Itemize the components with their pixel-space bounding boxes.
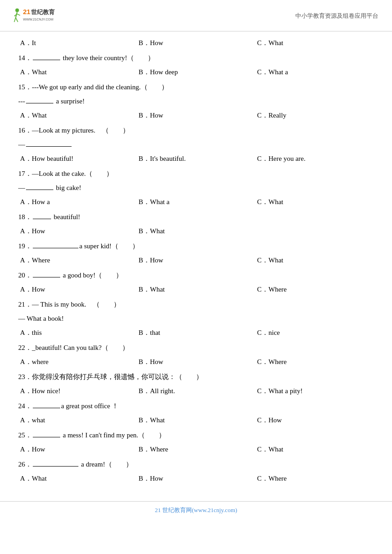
question-14: 14． they love their country!（ ） [18,52,374,64]
options-row-22: A．where B．How C．Where [18,356,374,368]
blank-26 [33,466,78,467]
option-19b: B．How [137,254,255,267]
page-header: 21 世纪教育 WWW.21CNJY.COM 中小学教育资源及组卷应用平台 [0,0,392,31]
option-b: B．How [137,37,255,49]
option-21c: C．nice [255,327,374,339]
blank-16 [26,146,72,147]
page-footer: 21 世纪教育网(www.21cnjy.com) [0,501,392,518]
option-17c: C．What [255,196,374,208]
option-25a: A．How [18,443,137,456]
option-20b: B．What [137,283,255,296]
question-16-sub: — [18,138,374,151]
question-25: 25． a mess! I can't find my pen.（ ） [18,429,374,441]
option-18a: A．How [18,225,137,237]
blank-14 [33,60,60,60]
options-row-26: A．What B．How C．Where [18,472,374,485]
question-19: 19．a super kid!（ ） [18,240,374,252]
options-row-18: A．How B．What [18,225,374,237]
option-24c: C．How [255,414,374,426]
option-23b: B．All right. [137,385,255,397]
option-15a: A．What [18,109,137,122]
question-22: 22．_beautiful! Can you talk?（ ） [18,342,374,354]
question-21: 21．— This is my book. （ ） [18,298,374,311]
options-row-16: A．How beautiful! B．It's beautiful. C．Her… [18,153,374,165]
option-16c: C．Here you are. [255,153,374,165]
blank-25 [33,437,60,437]
question-15-sub: --- a surprise! [18,95,374,108]
question-26: 26． a dream!（ ） [18,458,374,471]
svg-line-2 [14,18,15,22]
option-18c [255,225,374,237]
question-23: 23．你觉得没有陪你打乒乓球，很遗憾，你可以说：（ ） [18,371,374,383]
options-row-21: A．this B．that C．nice [18,327,374,339]
blank-15 [26,103,53,103]
option-14c: C．What a [255,66,374,78]
question-18: 18． beautiful! [18,211,374,223]
content-area: A．It B．How C．What 14． they love their co… [0,31,392,497]
question-24: 24．a great post office ！ [18,400,374,412]
option-22b: B．How [137,356,255,368]
option-17b: B．What a [137,196,255,208]
option-21b: B．that [137,327,255,339]
option-a: A．It [18,37,137,49]
svg-text:世纪教育: 世纪教育 [31,9,55,15]
option-14b: B．How deep [137,66,255,78]
question-17-sub: — big cake! [18,182,374,194]
blank-24 [33,408,60,408]
option-26c: C．Where [255,472,374,485]
option-24a: A．what [18,414,137,426]
option-17a: A．How a [18,196,137,208]
option-16b: B．It's beautiful. [137,153,255,165]
options-row-19: A．Where B．How C．What [18,254,374,267]
svg-text:WWW.21CNJY.COM: WWW.21CNJY.COM [23,17,53,21]
question-16: 16．—Look at my pictures. （ ） [18,124,374,137]
svg-line-5 [17,14,20,15]
options-row-20: A．How B．What C．Where [18,283,374,296]
question-15: 15．---We got up early and did the cleani… [18,81,374,93]
question-17: 17．—Look at the cake.（ ） [18,168,374,180]
header-subtitle: 中小学教育资源及组卷应用平台 [295,12,378,20]
option-21a: A．this [18,327,137,339]
option-19a: A．Where [18,254,137,267]
options-row-25: A．How B．Where C．What [18,443,374,456]
option-20c: C．Where [255,283,374,296]
options-row-1: A．It B．How C．What [18,37,374,49]
options-row-14: A．What B．How deep C．What a [18,66,374,78]
svg-point-0 [15,9,19,12]
option-c: C．What [255,37,374,49]
option-25c: C．What [255,443,374,456]
option-15c: C．Really [255,109,374,122]
blank-19 [33,248,78,248]
blank-20 [33,277,60,277]
footer-text: 21 世纪教育网(www.21cnjy.com) [155,507,237,513]
option-15b: B．How [137,109,255,122]
option-14a: A．What [18,66,137,78]
options-row-15: A．What B．How C．Really [18,109,374,122]
option-26b: B．How [137,472,255,485]
options-row-17: A．How a B．What a C．What [18,196,374,208]
question-21-sub: — What a book! [18,313,374,325]
blank-17 [26,190,53,190]
logo-icon: 21 世纪教育 WWW.21CNJY.COM [9,5,82,27]
blank-18 [33,219,51,219]
option-24b: B．What [137,414,255,426]
option-22c: C．Where [255,356,374,368]
option-25b: B．Where [137,443,255,456]
option-18b: B．What [137,225,255,237]
svg-line-3 [15,18,18,22]
option-20a: A．How [18,283,137,296]
options-row-24: A．what B．What C．How [18,414,374,426]
option-26a: A．What [18,472,137,485]
option-23a: A．How nice! [18,385,137,397]
logo-area: 21 世纪教育 WWW.21CNJY.COM [9,5,82,27]
svg-text:21: 21 [23,8,30,15]
options-row-23: A．How nice! B．All right. C．What a pity! [18,385,374,397]
option-19c: C．What [255,254,374,267]
option-23c: C．What a pity! [255,385,374,397]
question-20: 20． a good boy!（ ） [18,269,374,282]
option-22a: A．where [18,356,137,368]
option-16a: A．How beautiful! [18,153,137,165]
